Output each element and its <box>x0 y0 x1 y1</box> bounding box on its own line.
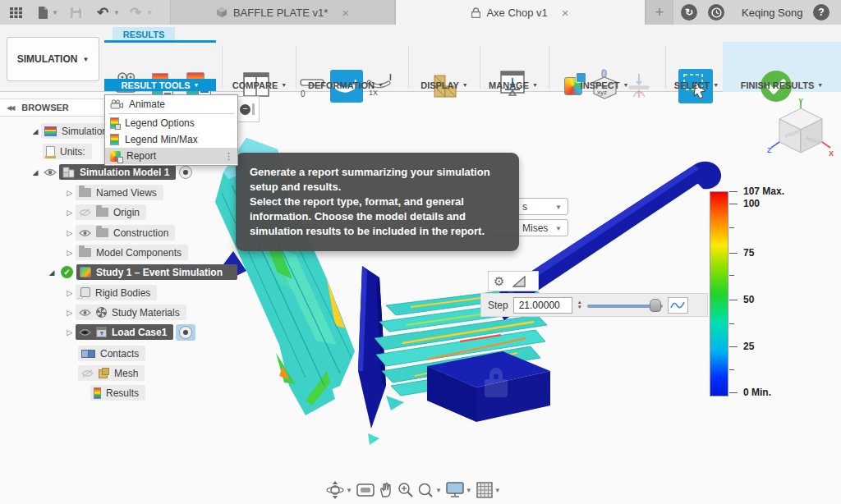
tree-row-construction[interactable]: ▷ Construction <box>64 225 175 241</box>
expander-open-icon[interactable]: ◢ <box>30 127 41 135</box>
group-divider <box>408 46 409 89</box>
tree-row-rigid-bodies[interactable]: ▷ Rigid Bodies <box>64 285 157 300</box>
app-grid-icon[interactable] <box>8 3 23 21</box>
step-graph-button[interactable] <box>668 297 688 314</box>
minus-icon[interactable]: − <box>240 104 250 115</box>
expander-open-icon[interactable]: ◢ <box>30 168 41 176</box>
group-finish-results[interactable]: FINISH RESULTS▼ <box>728 79 836 91</box>
expander-closed-icon[interactable]: ▷ <box>64 208 76 217</box>
collapse-browser-icon[interactable]: ◀◀ <box>7 104 13 112</box>
caret-down-icon[interactable]: ▼ <box>494 487 501 494</box>
tree-row-study-materials[interactable]: ▷ Study Materials <box>64 305 186 320</box>
tree-row-mesh[interactable]: Mesh <box>78 365 145 381</box>
group-result-tools[interactable]: RESULT TOOLS▼ <box>104 79 216 91</box>
caret-down-icon[interactable]: ▼ <box>435 487 442 494</box>
visibility-eye-icon[interactable] <box>79 328 91 337</box>
legend-min-label: 0 Min. <box>743 387 771 398</box>
visibility-eye-icon[interactable] <box>44 168 57 176</box>
group-select[interactable]: SELECT▼ <box>670 79 723 91</box>
step-slider[interactable] <box>587 298 663 313</box>
tree-row-units[interactable]: Units: <box>43 144 92 159</box>
new-document-tab-button[interactable]: + <box>646 0 673 25</box>
legend-minmax-icon <box>110 134 119 145</box>
activate-component-radio[interactable] <box>179 166 192 179</box>
document-tab-baffle-plate[interactable]: BAFFLE PLATE v1* × <box>170 0 395 25</box>
display-settings-icon[interactable] <box>446 482 464 498</box>
axe-blade-model <box>358 266 386 428</box>
caret-down-icon[interactable]: ▼ <box>466 487 472 494</box>
zoom-icon[interactable] <box>398 482 414 498</box>
save-icon[interactable] <box>69 3 82 21</box>
file-menu-icon[interactable] <box>36 3 49 21</box>
active-load-case-radio[interactable] <box>176 324 195 341</box>
menu-item-animate[interactable]: Animate <box>105 96 237 112</box>
tree-row-simulation[interactable]: ◢ Simulation <box>30 123 114 139</box>
group-deformation[interactable]: DEFORMATION▼ <box>292 79 399 91</box>
step-spinner[interactable]: ▲ ▼ <box>577 300 582 309</box>
expander-closed-icon[interactable]: ▷ <box>64 229 76 237</box>
close-tab-icon[interactable]: × <box>342 6 349 20</box>
view-cube[interactable]: FRONT RIGHT Y Z X <box>766 97 835 166</box>
user-name[interactable]: Keqing Song <box>742 7 802 19</box>
expander-closed-icon[interactable]: ▷ <box>64 189 76 197</box>
group-inspect[interactable]: INSPECT▼ <box>575 79 634 91</box>
tree-label: Named Views <box>96 187 157 199</box>
group-display[interactable]: DISPLAY▼ <box>416 79 473 91</box>
tree-label: Construction <box>113 227 168 239</box>
tree-row-origin[interactable]: ▷ Origin <box>64 204 146 220</box>
expander-open-icon[interactable]: ◢ <box>46 268 57 277</box>
expander-closed-icon[interactable]: ▷ <box>64 289 76 297</box>
tree-row-load-case1[interactable]: ▷ Load Case1 <box>64 324 195 340</box>
spinner-down-icon[interactable]: ▼ <box>577 305 582 309</box>
job-status-icon[interactable]: ↻ <box>681 4 697 21</box>
menu-item-report[interactable]: Report ⋮ <box>105 148 237 164</box>
legend-mini-toolbar[interactable]: − <box>237 96 260 122</box>
tree-row-results[interactable]: Results <box>90 385 145 401</box>
visibility-off-eye-icon[interactable] <box>79 208 91 217</box>
tab-results[interactable]: RESULTS <box>113 27 175 41</box>
group-compare[interactable]: COMPARE▼ <box>228 79 291 91</box>
undo-icon[interactable]: ↶ <box>95 3 110 21</box>
visibility-off-eye-icon[interactable] <box>81 369 94 378</box>
help-icon[interactable]: ? <box>813 4 830 21</box>
tab-results-underline <box>104 40 216 43</box>
undo-caret-icon[interactable]: ▼ <box>113 3 121 21</box>
file-menu-caret-icon[interactable]: ▼ <box>51 3 59 21</box>
tree-row-named-views[interactable]: ▷ Named Views <box>64 185 163 200</box>
step-slider-thumb[interactable] <box>650 299 661 312</box>
expander-closed-icon[interactable]: ▷ <box>64 328 76 337</box>
fit-icon[interactable] <box>417 482 434 498</box>
visibility-eye-icon[interactable] <box>79 309 91 317</box>
visibility-eye-icon[interactable] <box>79 229 91 237</box>
close-tab-icon[interactable]: × <box>562 6 569 20</box>
expander-closed-icon[interactable]: ▷ <box>64 249 76 257</box>
gear-icon[interactable]: ⚙ <box>494 275 504 287</box>
tree-label: Model Components <box>96 247 182 259</box>
caret-down-icon: ▼ <box>623 82 628 88</box>
menu-item-legend-options[interactable]: Legend Options <box>105 115 237 131</box>
orbit-icon[interactable] <box>326 481 344 499</box>
menu-item-legend-minmax[interactable]: Legend Min/Max <box>105 131 237 148</box>
tree-row-study-1[interactable]: ◢ ✓ Study 1 – Event Simulation <box>46 264 237 280</box>
tree-row-model-components[interactable]: ▷ Model Components <box>64 245 188 260</box>
caret-down-icon[interactable]: ▼ <box>346 487 352 494</box>
tree-row-simulation-model-1[interactable]: ◢ Simulation Model 1 <box>30 164 192 180</box>
document-tab-axe-chop[interactable]: Axe Chop v1 × <box>395 0 646 25</box>
group-manage[interactable]: MANAGE▼ <box>485 79 542 91</box>
tree-row-contacts[interactable]: Contacts <box>78 346 145 361</box>
redo-caret-icon: ▼ <box>145 3 154 21</box>
caret-down-icon: ▼ <box>532 82 538 88</box>
expander-closed-icon[interactable]: ▷ <box>64 309 76 317</box>
grid-layout-icon[interactable] <box>476 482 493 498</box>
document-lock-icon <box>471 7 480 18</box>
workspace-selector[interactable]: SIMULATION ▼ <box>7 37 99 81</box>
results-icon <box>94 387 101 399</box>
plot-triangle-icon[interactable] <box>512 276 526 287</box>
menu-item-label: Report <box>126 150 156 162</box>
debris-chip-model <box>386 396 404 410</box>
pan-hand-icon[interactable] <box>378 482 394 498</box>
recent-data-clock-icon[interactable] <box>708 4 724 21</box>
caret-down-icon: ▼ <box>713 82 719 88</box>
look-at-icon[interactable] <box>356 483 375 497</box>
step-value-input[interactable]: 21.00000 <box>513 297 572 314</box>
